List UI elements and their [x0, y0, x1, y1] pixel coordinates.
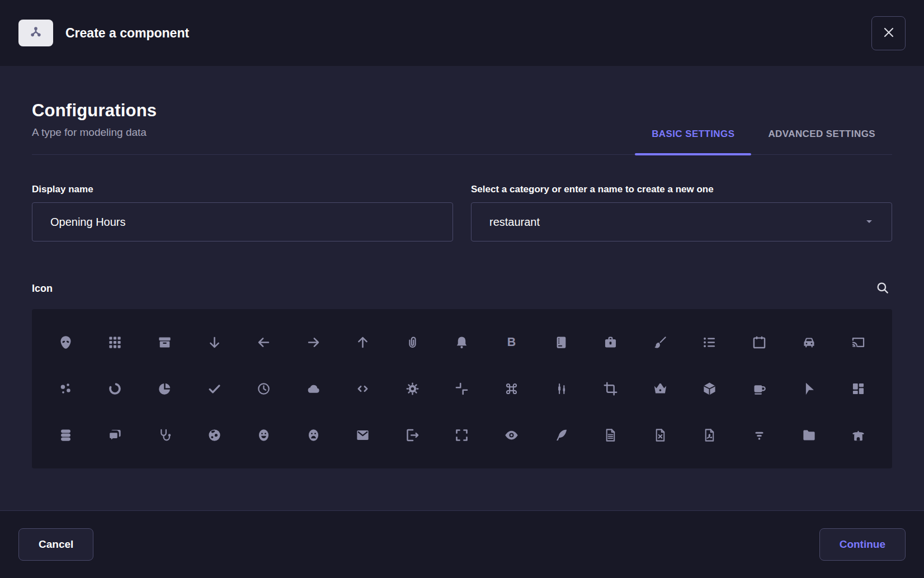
icon-option-alien[interactable] [41, 319, 91, 366]
icon-option-cup[interactable] [734, 366, 784, 412]
icon-option-crop[interactable] [586, 366, 635, 412]
icon-option-emotion-happy[interactable] [239, 412, 289, 458]
icon-option-archive[interactable] [140, 319, 190, 366]
icon-option-file[interactable] [586, 412, 635, 458]
icon-option-command[interactable] [487, 366, 536, 412]
icon-option-check[interactable] [190, 366, 239, 412]
title-and-tabs: Configurations A type for modeling data … [32, 101, 892, 155]
modal-title: Create a component [65, 26, 189, 41]
icon-option-feather[interactable] [536, 412, 586, 458]
icon-option-bold[interactable]: B [487, 319, 536, 366]
icon-option-chart-circle[interactable] [91, 366, 140, 412]
category-select[interactable]: restaurant [471, 202, 892, 241]
icon-option-database[interactable] [41, 412, 91, 458]
display-name-input[interactable] [32, 202, 453, 241]
tab-basic-settings[interactable]: BASIC SETTINGS [635, 129, 751, 154]
icon-option-calendar[interactable] [734, 319, 784, 366]
icon-option-brush[interactable] [635, 319, 685, 366]
icon-option-gate[interactable] [833, 412, 883, 458]
icon-option-cloud[interactable] [289, 366, 338, 412]
icon-option-bell[interactable] [437, 319, 487, 366]
icon-option-envelope[interactable] [338, 412, 388, 458]
category-field-group: Select a category or enter a name to cre… [471, 184, 892, 241]
icon-option-connector[interactable] [536, 366, 586, 412]
icon-option-folder[interactable] [784, 412, 834, 458]
icon-option-crown[interactable] [635, 366, 685, 412]
icon-option-briefcase[interactable] [586, 319, 635, 366]
icon-option-book[interactable] [536, 319, 586, 366]
icon-option-discuss[interactable] [91, 412, 140, 458]
icon-option-arrow-right[interactable] [289, 319, 338, 366]
icon-option-earth[interactable] [190, 412, 239, 458]
icon-option-cog[interactable] [388, 366, 437, 412]
icon-option-arrow-up[interactable] [338, 319, 388, 366]
create-component-modal: Create a component Configurations A type… [0, 0, 924, 578]
icon-option-arrow-down[interactable] [190, 319, 239, 366]
category-label: Select a category or enter a name to cre… [471, 184, 892, 195]
icon-option-collapse[interactable] [437, 366, 487, 412]
tab-advanced-settings[interactable]: ADVANCED SETTINGS [751, 129, 892, 154]
close-icon [882, 26, 895, 41]
icon-option-eye[interactable] [487, 412, 536, 458]
icon-option-cube[interactable] [685, 366, 735, 412]
display-name-field-group: Display name [32, 184, 453, 241]
modal-body: Configurations A type for modeling data … [0, 66, 924, 510]
icon-option-exit[interactable] [388, 412, 437, 458]
form-row: Display name Select a category or enter … [32, 184, 892, 241]
icon-option-cast[interactable] [833, 319, 883, 366]
close-button[interactable] [871, 16, 906, 50]
page-subtitle: A type for modeling data [32, 126, 157, 139]
icon-option-bullet-list[interactable] [685, 319, 735, 366]
continue-button[interactable]: Continue [819, 528, 906, 561]
display-name-label: Display name [32, 184, 453, 195]
icon-section-header: Icon [32, 278, 892, 299]
icon-option-chart-bubble[interactable] [41, 366, 91, 412]
icon-option-code[interactable] [338, 366, 388, 412]
settings-tabs: BASIC SETTINGS ADVANCED SETTINGS [635, 129, 892, 154]
headings: Configurations A type for modeling data [32, 101, 157, 154]
svg-text:B: B [507, 335, 516, 349]
icon-option-file-error[interactable] [635, 412, 685, 458]
page-title: Configurations [32, 101, 157, 121]
icon-option-dashboard[interactable] [833, 366, 883, 412]
modal-footer: Cancel Continue [0, 510, 924, 578]
component-icon [28, 24, 44, 42]
icon-option-doctor[interactable] [140, 412, 190, 458]
component-badge [18, 20, 53, 46]
icon-section-label: Icon [32, 283, 53, 295]
search-icon-button[interactable] [873, 278, 892, 299]
chevron-down-icon [865, 216, 874, 229]
category-selected-value: restaurant [489, 216, 540, 229]
icon-option-cursor[interactable] [784, 366, 834, 412]
icon-option-emotion-unhappy[interactable] [289, 412, 338, 458]
icon-option-attachment[interactable] [388, 319, 437, 366]
modal-header: Create a component [0, 0, 924, 66]
icon-option-chart-pie[interactable] [140, 366, 190, 412]
icon-option-file-pdf[interactable] [685, 412, 735, 458]
cancel-button[interactable]: Cancel [18, 528, 93, 561]
icon-option-car[interactable] [784, 319, 834, 366]
icon-option-apps[interactable] [91, 319, 140, 366]
icon-grid: B [32, 309, 892, 468]
icon-option-clock[interactable] [239, 366, 289, 412]
icon-option-expand[interactable] [437, 412, 487, 458]
icon-option-arrow-left[interactable] [239, 319, 289, 366]
search-icon [875, 281, 890, 297]
icon-option-filter[interactable] [734, 412, 784, 458]
